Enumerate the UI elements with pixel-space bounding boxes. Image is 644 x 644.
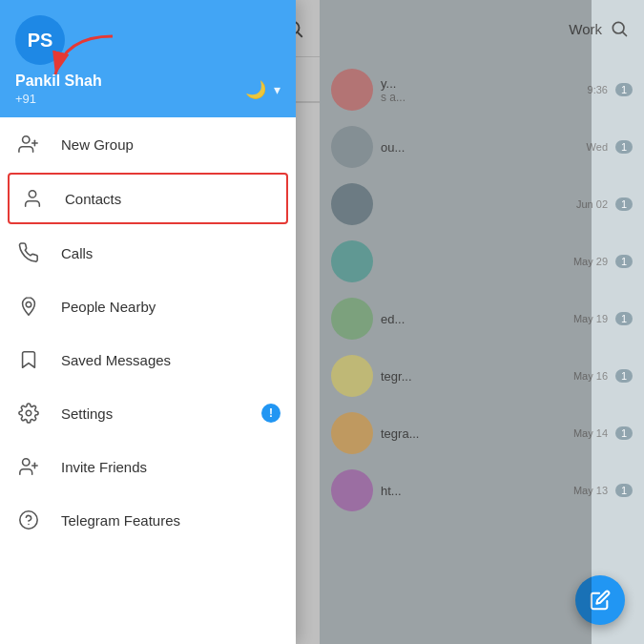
phone-icon xyxy=(15,239,42,266)
chevron-down-icon[interactable]: ▾ xyxy=(274,82,280,97)
night-mode-icon[interactable]: 🌙 xyxy=(245,79,266,100)
bookmark-icon xyxy=(15,346,42,373)
menu-label-saved-messages: Saved Messages xyxy=(61,352,280,368)
svg-point-16 xyxy=(23,459,30,466)
menu-badge-settings: ! xyxy=(261,404,280,423)
menu-label-contacts: Contacts xyxy=(65,191,277,207)
menu-label-settings: Settings xyxy=(61,405,261,422)
menu-label-people-nearby: People Nearby xyxy=(61,299,280,315)
menu-item-people-nearby[interactable]: People Nearby xyxy=(0,280,296,333)
svg-point-0 xyxy=(613,22,624,33)
gear-icon xyxy=(15,400,42,426)
menu-item-saved-messages[interactable]: Saved Messages xyxy=(0,333,296,386)
menu-label-invite-friends: Invite Friends xyxy=(61,459,280,475)
drawer-name-row: Pankil Shah +91 🌙 ▾ xyxy=(15,73,280,106)
svg-point-10 xyxy=(23,136,30,143)
menu-item-telegram-features[interactable]: Telegram Features xyxy=(0,493,296,547)
svg-point-14 xyxy=(26,301,31,307)
menu-item-invite-friends[interactable]: Invite Friends xyxy=(0,440,296,493)
chat-badge: 1 xyxy=(615,312,633,325)
svg-point-19 xyxy=(20,511,37,529)
side-drawer: PS Pankil Shah +91 🌙 ▾ New GroupContacts… xyxy=(0,0,592,644)
chat-badge: 1 xyxy=(615,140,633,154)
chat-badge: 1 xyxy=(615,197,633,211)
search-icon-right[interactable] xyxy=(610,19,629,38)
drawer-scrim[interactable] xyxy=(296,0,592,644)
question-icon xyxy=(15,507,42,533)
drawer-menu: New GroupContactsCallsPeople NearbySaved… xyxy=(0,117,296,644)
menu-label-telegram-features: Telegram Features xyxy=(61,512,280,529)
drawer-header: PS Pankil Shah +91 🌙 ▾ xyxy=(0,0,296,117)
menu-item-contacts[interactable]: Contacts xyxy=(8,173,288,224)
pencil-icon xyxy=(590,590,611,611)
drawer-user-phone: +91 xyxy=(15,92,102,106)
svg-point-15 xyxy=(26,410,31,416)
svg-line-1 xyxy=(623,32,627,36)
drawer-user-info: Pankil Shah +91 xyxy=(15,73,102,106)
people-plus-icon xyxy=(15,131,42,157)
drawer-avatar: PS xyxy=(15,15,65,65)
location-person-icon xyxy=(15,293,42,320)
menu-label-new-group: New Group xyxy=(61,136,280,153)
drawer-user-name: Pankil Shah xyxy=(15,73,102,90)
menu-label-calls: Calls xyxy=(61,245,280,261)
person-add-icon xyxy=(15,453,42,480)
chat-badge: 1 xyxy=(615,369,633,383)
chat-badge: 1 xyxy=(615,484,633,497)
menu-item-new-group[interactable]: New Group xyxy=(0,117,296,171)
menu-item-calls[interactable]: Calls xyxy=(0,226,296,280)
drawer-panel: PS Pankil Shah +91 🌙 ▾ New GroupContacts… xyxy=(0,0,296,644)
chat-badge: 1 xyxy=(615,83,633,96)
menu-item-settings[interactable]: Settings! xyxy=(0,386,296,440)
chat-badge: 1 xyxy=(615,426,633,440)
chat-badge: 1 xyxy=(615,255,633,268)
svg-point-13 xyxy=(29,191,35,197)
person-icon xyxy=(19,185,46,212)
